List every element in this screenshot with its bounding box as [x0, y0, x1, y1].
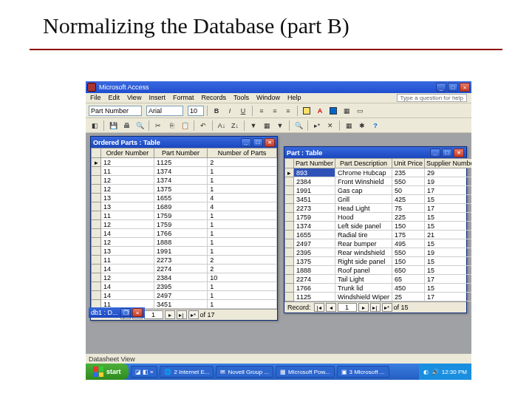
- part-titlebar[interactable]: Part : Table _ □ ×: [284, 147, 466, 158]
- preview-button[interactable]: 🔍: [134, 120, 146, 132]
- align-left-button[interactable]: ≡: [256, 105, 267, 117]
- menu-file[interactable]: File: [90, 94, 101, 102]
- sort-desc-button[interactable]: Z↓: [229, 120, 241, 132]
- view-button[interactable]: ◧: [89, 120, 100, 132]
- print-button[interactable]: 🖶: [120, 120, 132, 132]
- col-unit-price[interactable]: Unit Price: [392, 159, 425, 168]
- part-close[interactable]: ×: [454, 149, 464, 157]
- col-number-of-parts[interactable]: Number of Parts: [208, 149, 277, 158]
- ordered-parts-titlebar[interactable]: Ordered Parts : Table _ □ ×: [91, 137, 277, 148]
- task-novell[interactable]: ✉Novell Group ...: [216, 366, 273, 378]
- cut-button[interactable]: ✂: [152, 120, 164, 132]
- menu-insert[interactable]: Insert: [149, 94, 166, 102]
- table-row[interactable]: 1422742: [92, 265, 277, 273]
- close-button[interactable]: ×: [460, 83, 470, 92]
- menu-records[interactable]: Records: [201, 94, 226, 102]
- menu-tools[interactable]: Tools: [233, 94, 249, 102]
- nav-last[interactable]: ▸|: [177, 310, 187, 319]
- part-max[interactable]: □: [442, 149, 452, 157]
- nav-first[interactable]: |◂: [314, 303, 324, 312]
- table-row[interactable]: 1113741: [92, 167, 277, 176]
- table-row[interactable]: 1122732: [92, 256, 277, 265]
- table-row[interactable]: 1217591: [92, 220, 277, 229]
- nav-current[interactable]: 1: [144, 310, 163, 319]
- minimize-button[interactable]: _: [436, 83, 446, 92]
- table-row[interactable]: 1213751: [92, 185, 277, 194]
- table-row[interactable]: 1213741: [92, 176, 277, 185]
- paste-button[interactable]: 📋: [179, 120, 191, 132]
- col-supplier-number[interactable]: Supplier Number: [425, 159, 471, 168]
- table-row[interactable]: 1125Windshield Wiper2517: [285, 293, 472, 301]
- table-row[interactable]: 1991Gas cap5017: [285, 186, 472, 195]
- table-row[interactable]: 2384Front Winshield55019: [285, 177, 472, 186]
- col-order-number[interactable]: Order Number: [101, 149, 154, 158]
- undo-button[interactable]: ↶: [197, 120, 209, 132]
- table-row[interactable]: 2273Head Light7517: [285, 204, 472, 213]
- nav-new[interactable]: ▸*: [382, 303, 392, 312]
- align-center-button[interactable]: ≡: [269, 105, 281, 117]
- database-window-button[interactable]: ▦: [343, 120, 355, 132]
- table-row[interactable]: 1417661: [92, 229, 277, 238]
- table-row[interactable]: 1375Right side panel15015: [285, 257, 472, 266]
- menu-help[interactable]: Help: [287, 94, 301, 102]
- sort-asc-button[interactable]: A↓: [216, 120, 228, 132]
- nav-last[interactable]: ▸|: [370, 303, 381, 312]
- table-row[interactable]: 2274Tail Light6517: [285, 275, 472, 284]
- maximize-button[interactable]: □: [448, 83, 458, 92]
- new-object-button[interactable]: ✱: [356, 120, 368, 132]
- fill-color-button[interactable]: [301, 105, 313, 117]
- part-grid[interactable]: Part Number Part Description Unit Price …: [284, 158, 471, 301]
- menu-view[interactable]: View: [127, 94, 141, 102]
- col-part-number[interactable]: Part Number: [154, 149, 208, 158]
- table-row[interactable]: 1655Radial tire17521: [285, 231, 472, 239]
- table-row[interactable]: ▸1211252: [92, 158, 277, 167]
- save-button[interactable]: 💾: [107, 120, 119, 132]
- copy-button[interactable]: ⎘: [166, 120, 177, 132]
- table-row[interactable]: 1374Left side panel15015: [285, 222, 472, 231]
- apply-filter-button[interactable]: ▼: [274, 120, 286, 132]
- table-row[interactable]: 1759Hood22515: [285, 213, 472, 222]
- menu-edit[interactable]: Edit: [109, 94, 120, 102]
- ordered-parts-grid[interactable]: Order Number Part Number Number of Parts…: [91, 148, 277, 309]
- font-size-selector[interactable]: 10: [188, 106, 204, 116]
- nav-next[interactable]: ▸: [358, 303, 369, 312]
- col-part-description[interactable]: Part Description: [335, 159, 392, 168]
- system-tray[interactable]: ◐ 🔊 12:30 PM: [419, 364, 471, 380]
- table-row[interactable]: 1888Roof panel65015: [285, 266, 472, 275]
- help-button[interactable]: ?: [369, 120, 381, 132]
- ordered-parts-max[interactable]: □: [253, 138, 263, 147]
- start-button[interactable]: start: [86, 364, 129, 380]
- font-name-selector[interactable]: Arial: [146, 106, 183, 116]
- nav-prev[interactable]: ◂: [326, 303, 336, 312]
- table-row[interactable]: 1316554: [92, 194, 277, 202]
- table-row[interactable]: 1319911: [92, 247, 277, 256]
- align-right-button[interactable]: ≡: [282, 105, 294, 117]
- filter-form-button[interactable]: ▦: [261, 120, 273, 132]
- menu-format[interactable]: Format: [173, 94, 194, 102]
- table-row[interactable]: 12238410: [92, 273, 277, 282]
- table-row[interactable]: ▸893Chrome Hubcap23529: [285, 168, 472, 177]
- new-record-button[interactable]: ▸*: [311, 120, 323, 132]
- quicklaunch[interactable]: ◪ ◧ »: [131, 366, 158, 378]
- nav-current[interactable]: 1: [338, 303, 357, 312]
- task-powerpoint[interactable]: ▦Microsoft Pow...: [276, 366, 334, 378]
- tray-icon[interactable]: 🔊: [432, 369, 439, 375]
- table-row[interactable]: 1117591: [92, 211, 277, 220]
- special-effect-button[interactable]: ▭: [354, 105, 366, 117]
- db-window-minimized[interactable]: db1 : D... ❐ ×: [89, 307, 145, 318]
- table-row[interactable]: 1316894: [92, 202, 277, 211]
- help-search-box[interactable]: Type a question for help: [397, 94, 467, 102]
- db-restore[interactable]: ❐: [120, 308, 131, 317]
- underline-button[interactable]: U: [237, 105, 249, 117]
- task-access[interactable]: ▣3 Microsoft ...: [337, 366, 389, 378]
- nav-next[interactable]: ▸: [165, 310, 175, 319]
- part-min[interactable]: _: [430, 149, 440, 157]
- font-color-button[interactable]: A: [314, 105, 326, 117]
- filter-selection-button[interactable]: ▼: [248, 120, 259, 132]
- table-row[interactable]: 1218881: [92, 238, 277, 247]
- menu-window[interactable]: Window: [256, 94, 280, 102]
- col-part-number[interactable]: Part Number: [294, 159, 335, 168]
- line-color-button[interactable]: [327, 105, 339, 117]
- ordered-parts-min[interactable]: _: [241, 138, 251, 147]
- table-row[interactable]: 2395Rear windshield55019: [285, 248, 472, 257]
